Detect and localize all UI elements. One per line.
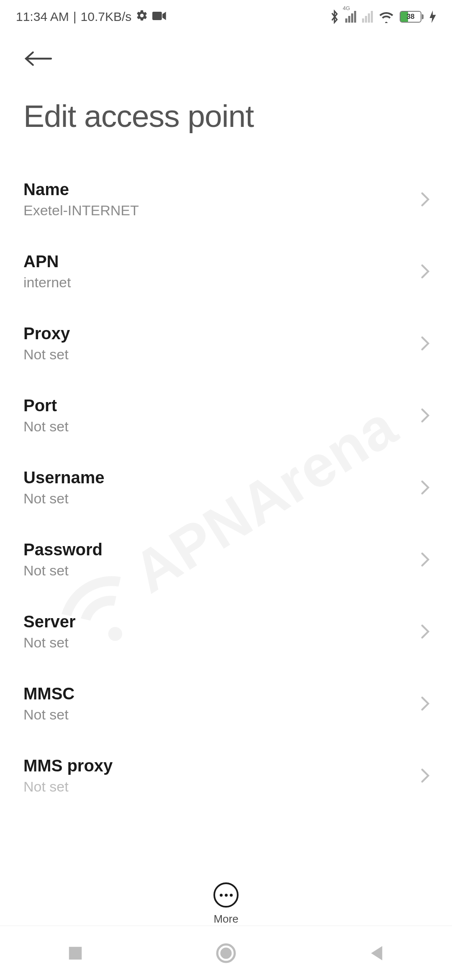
chevron-right-icon bbox=[419, 623, 431, 640]
nav-home-button[interactable] bbox=[214, 941, 238, 965]
row-proxy[interactable]: Proxy Not set bbox=[23, 307, 434, 379]
chevron-right-icon bbox=[419, 335, 431, 352]
more-label: More bbox=[213, 913, 238, 926]
chevron-right-icon bbox=[419, 767, 431, 784]
settings-list: Name Exetel-INTERNET APN internet Proxy … bbox=[0, 134, 452, 812]
bottom-action-bar: More bbox=[0, 874, 452, 926]
camera-icon bbox=[152, 10, 167, 24]
row-name[interactable]: Name Exetel-INTERNET bbox=[23, 163, 434, 235]
chevron-right-icon bbox=[419, 551, 431, 568]
status-speed: 10.7KB/s bbox=[81, 10, 132, 24]
row-value: Not set bbox=[23, 418, 419, 435]
status-bar: 11:34 AM | 10.7KB/s 4G bbox=[0, 0, 452, 34]
row-label: Port bbox=[23, 396, 419, 415]
svg-point-3 bbox=[220, 947, 231, 959]
battery-percent: 38 bbox=[401, 13, 421, 21]
row-value: Not set bbox=[23, 779, 419, 795]
row-value: Not set bbox=[23, 490, 419, 507]
battery-icon: 38 bbox=[400, 11, 424, 23]
chevron-right-icon bbox=[419, 407, 431, 424]
charging-icon bbox=[429, 10, 436, 23]
signal-none-icon bbox=[362, 11, 373, 23]
row-label: MMS proxy bbox=[23, 756, 419, 775]
row-server[interactable]: Server Not set bbox=[23, 596, 434, 668]
status-right: 4G 38 bbox=[330, 10, 436, 24]
header: Edit access point bbox=[0, 34, 452, 134]
signal-label: 4G bbox=[343, 5, 350, 11]
row-label: MMSC bbox=[23, 684, 419, 703]
wifi-icon bbox=[379, 10, 394, 23]
row-value: Not set bbox=[23, 562, 419, 579]
back-button[interactable] bbox=[23, 49, 54, 69]
row-value: Not set bbox=[23, 346, 419, 363]
row-label: Username bbox=[23, 468, 419, 487]
page-title: Edit access point bbox=[23, 98, 429, 134]
row-value: Not set bbox=[23, 634, 419, 651]
nav-recent-button[interactable] bbox=[64, 941, 87, 965]
chevron-right-icon bbox=[419, 263, 431, 280]
status-left: 11:34 AM | 10.7KB/s bbox=[16, 9, 167, 25]
nav-back-button[interactable] bbox=[365, 941, 388, 965]
bluetooth-icon bbox=[330, 10, 339, 24]
row-apn[interactable]: APN internet bbox=[23, 235, 434, 307]
row-mms-proxy[interactable]: MMS proxy Not set bbox=[23, 740, 434, 812]
signal-4g-icon: 4G bbox=[345, 11, 356, 23]
chevron-right-icon bbox=[419, 695, 431, 712]
row-label: APN bbox=[23, 252, 419, 271]
chevron-right-icon bbox=[419, 191, 431, 208]
row-value: Not set bbox=[23, 707, 419, 723]
row-mmsc[interactable]: MMSC Not set bbox=[23, 668, 434, 740]
row-username[interactable]: Username Not set bbox=[23, 451, 434, 524]
more-button[interactable] bbox=[213, 882, 239, 908]
row-value: Exetel-INTERNET bbox=[23, 202, 419, 219]
svg-rect-1 bbox=[69, 946, 82, 959]
row-label: Password bbox=[23, 540, 419, 559]
row-label: Name bbox=[23, 180, 419, 199]
nav-bar bbox=[0, 926, 452, 980]
row-label: Server bbox=[23, 612, 419, 631]
svg-rect-0 bbox=[152, 12, 162, 20]
row-value: internet bbox=[23, 274, 419, 291]
gear-icon bbox=[136, 9, 148, 25]
status-time: 11:34 AM bbox=[16, 10, 69, 24]
row-port[interactable]: Port Not set bbox=[23, 379, 434, 451]
chevron-right-icon bbox=[419, 479, 431, 496]
row-label: Proxy bbox=[23, 324, 419, 343]
row-password[interactable]: Password Not set bbox=[23, 524, 434, 596]
status-divider: | bbox=[73, 10, 77, 24]
